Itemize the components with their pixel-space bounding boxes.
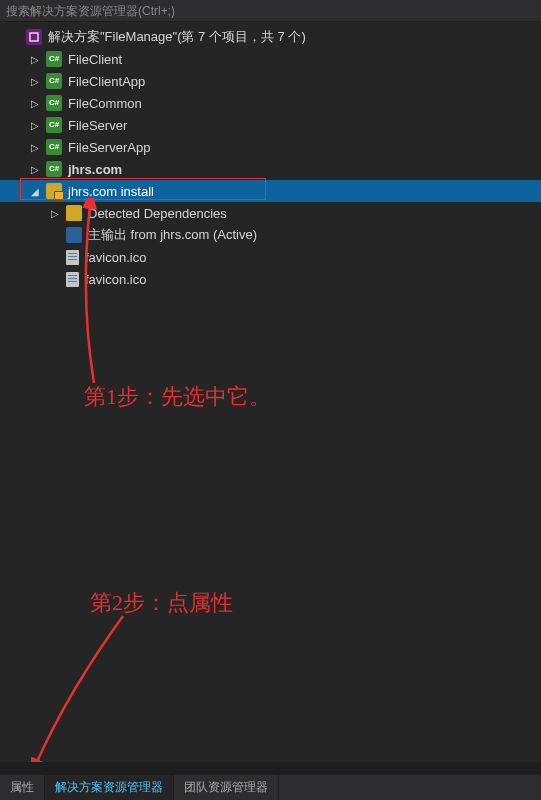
installer-project-icon: [46, 183, 62, 199]
chevron-right-icon[interactable]: ▷: [28, 74, 42, 88]
solution-tree: ▷ 解决方案"FileManage"(第 7 个项目，共 7 个) ▷ C# F…: [0, 22, 541, 290]
chevron-right-icon[interactable]: ▷: [28, 162, 42, 176]
bottom-tabs: 属性 解决方案资源管理器 团队资源管理器: [0, 774, 541, 800]
search-bar[interactable]: 搜索解决方案资源管理器(Ctrl+;): [0, 0, 541, 22]
project-fileserver[interactable]: ▷ C# FileServer: [0, 114, 541, 136]
project-label: FileClientApp: [66, 74, 145, 89]
folder-icon: [66, 205, 82, 221]
project-fileserverapp[interactable]: ▷ C# FileServerApp: [0, 136, 541, 158]
tab-label: 属性: [10, 779, 34, 796]
tab-label: 团队资源管理器: [184, 779, 268, 796]
annotation-step2: 第2步：点属性: [90, 588, 233, 618]
project-jhrs-install[interactable]: ◢ jhrs.com install: [0, 180, 541, 202]
tab-label: 解决方案资源管理器: [55, 779, 163, 796]
chevron-right-icon[interactable]: ▷: [28, 118, 42, 132]
chevron-right-icon[interactable]: ▷: [48, 206, 62, 220]
chevron-down-icon[interactable]: ◢: [28, 184, 42, 198]
tab-team-explorer[interactable]: 团队资源管理器: [174, 775, 279, 800]
svg-rect-0: [30, 33, 38, 41]
project-fileclientapp[interactable]: ▷ C# FileClientApp: [0, 70, 541, 92]
item-label: favicon.ico: [83, 272, 146, 287]
chevron-right-icon[interactable]: ▷: [28, 52, 42, 66]
project-jhrscom[interactable]: ▷ C# jhrs.com: [0, 158, 541, 180]
installer-favicon-2[interactable]: ▷ favicon.ico: [0, 268, 541, 290]
project-label: FileCommon: [66, 96, 142, 111]
csharp-project-icon: C#: [46, 161, 62, 177]
csharp-project-icon: C#: [46, 95, 62, 111]
output-icon: [66, 227, 82, 243]
tab-solution-explorer[interactable]: 解决方案资源管理器: [45, 775, 174, 800]
installer-favicon-1[interactable]: ▷ favicon.ico: [0, 246, 541, 268]
bottom-spacer: [0, 762, 541, 774]
file-icon: [66, 250, 79, 265]
project-label: jhrs.com install: [66, 184, 154, 199]
project-fileclient[interactable]: ▷ C# FileClient: [0, 48, 541, 70]
installer-dependencies[interactable]: ▷ Detected Dependencies: [0, 202, 541, 224]
project-label: FileServerApp: [66, 140, 150, 155]
search-placeholder: 搜索解决方案资源管理器(Ctrl+;): [6, 4, 175, 18]
solution-icon: [26, 29, 42, 45]
item-label: Detected Dependencies: [86, 206, 227, 221]
project-label: FileClient: [66, 52, 122, 67]
csharp-project-icon: C#: [46, 117, 62, 133]
csharp-project-icon: C#: [46, 73, 62, 89]
solution-label: 解决方案"FileManage"(第 7 个项目，共 7 个): [46, 28, 306, 46]
project-filecommon[interactable]: ▷ C# FileCommon: [0, 92, 541, 114]
project-label: FileServer: [66, 118, 127, 133]
csharp-project-icon: C#: [46, 51, 62, 67]
chevron-right-icon[interactable]: ▷: [28, 96, 42, 110]
csharp-project-icon: C#: [46, 139, 62, 155]
item-label: 主输出 from jhrs.com (Active): [86, 226, 257, 244]
project-label: jhrs.com: [66, 162, 122, 177]
installer-output[interactable]: ▷ 主输出 from jhrs.com (Active): [0, 224, 541, 246]
solution-root[interactable]: ▷ 解决方案"FileManage"(第 7 个项目，共 7 个): [0, 26, 541, 48]
annotation-step1: 第1步：先选中它。: [84, 382, 271, 412]
item-label: favicon.ico: [83, 250, 146, 265]
tab-properties[interactable]: 属性: [0, 775, 45, 800]
chevron-right-icon[interactable]: ▷: [28, 140, 42, 154]
annotation-arrow-2: [28, 612, 148, 772]
file-icon: [66, 272, 79, 287]
